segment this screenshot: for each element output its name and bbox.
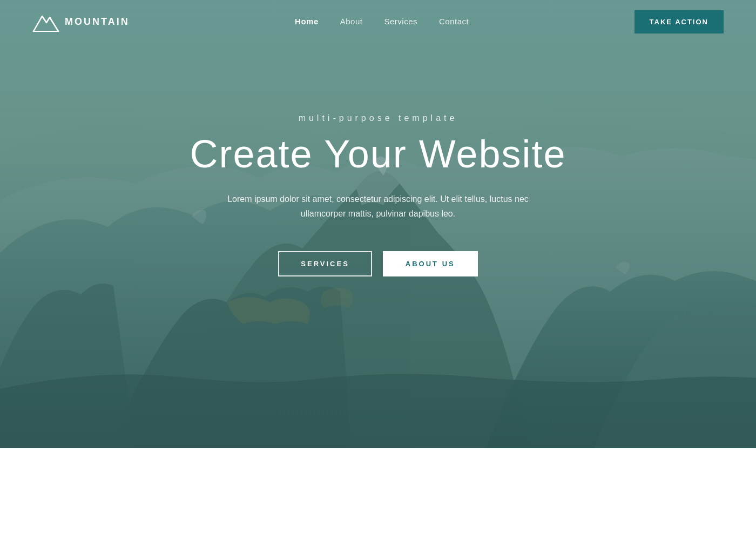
nav-item-contact[interactable]: Contact [439, 17, 469, 26]
hero-title: Create Your Website [190, 133, 566, 176]
take-action-button[interactable]: TAKE ACTION [634, 10, 724, 33]
logo[interactable]: MOUNTAIN [32, 10, 130, 34]
nav-links: Home About Services Contact [295, 17, 469, 26]
hero-description: Lorem ipsum dolor sit amet, consectetur … [221, 192, 535, 221]
hero-section: MOUNTAIN Home About Services Contact TAK… [0, 0, 756, 448]
navbar: MOUNTAIN Home About Services Contact TAK… [0, 0, 756, 43]
nav-item-services[interactable]: Services [384, 17, 417, 26]
nav-item-home[interactable]: Home [295, 17, 319, 26]
nav-link-about[interactable]: About [340, 17, 363, 26]
services-button[interactable]: SERVICES [278, 251, 372, 276]
nav-link-contact[interactable]: Contact [439, 17, 469, 26]
hero-subtitle: multi-purpose template [299, 113, 458, 123]
nav-link-home[interactable]: Home [295, 17, 319, 26]
hero-buttons: SERVICES ABOUT US [278, 251, 477, 276]
nav-item-about[interactable]: About [340, 17, 363, 26]
nav-link-services[interactable]: Services [384, 17, 417, 26]
hero-content: multi-purpose template Create Your Websi… [0, 43, 756, 309]
mountain-logo-icon [32, 10, 59, 34]
about-us-button[interactable]: ABOUT US [383, 251, 478, 276]
logo-text: MOUNTAIN [65, 16, 130, 28]
below-hero-section [0, 448, 756, 540]
